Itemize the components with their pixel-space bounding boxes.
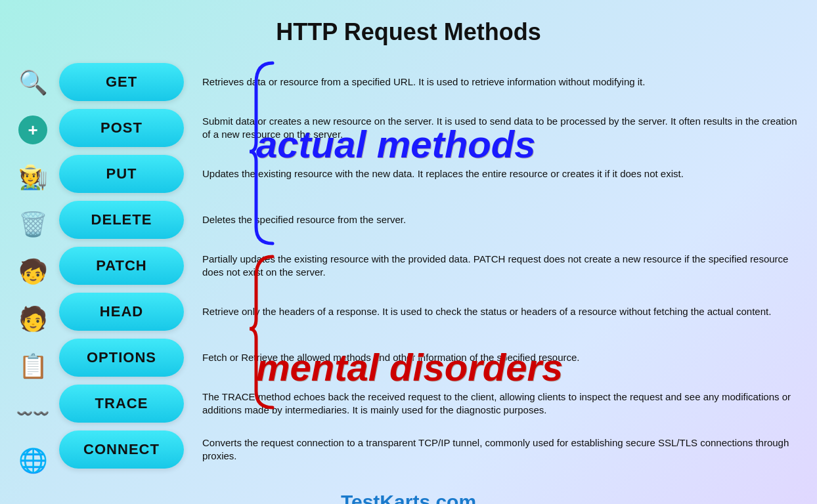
- head-description: Retrieve only the headers of a response.…: [202, 293, 804, 331]
- patch-button[interactable]: PATCH: [59, 247, 184, 285]
- mental-disorders-overlay: mental disorders: [256, 345, 563, 389]
- patch-icon: 🧒: [10, 248, 56, 295]
- footer-brand: TestKarts.com: [0, 484, 817, 504]
- connect-button[interactable]: CONNECT: [59, 430, 184, 469]
- trace-description: The TRACE method echoes back the receive…: [202, 385, 804, 423]
- put-button[interactable]: PUT: [59, 155, 184, 193]
- get-description: Retrieves data or resource from a specif…: [202, 63, 804, 101]
- get-button[interactable]: GET: [59, 63, 184, 101]
- post-button[interactable]: POST: [59, 109, 184, 147]
- delete-button[interactable]: DELETE: [59, 201, 184, 239]
- head-icon: 🧑: [10, 295, 56, 343]
- actual-methods-overlay: actual methods: [256, 122, 535, 166]
- methods-buttons: GET POST PUT DELETE PATCH HEAD OPTIONS T…: [59, 56, 190, 472]
- trace-button[interactable]: TRACE: [59, 385, 184, 423]
- connect-icon: 🌐: [10, 437, 56, 484]
- trace-icon: 〰️〰️: [10, 390, 56, 437]
- get-icon: 🔍: [10, 59, 56, 106]
- post-icon: +: [10, 106, 56, 154]
- put-icon: 🧑‍🌾: [10, 154, 56, 201]
- options-icon: 📋: [10, 343, 56, 390]
- patch-description: Partially updates the existing resource …: [202, 247, 804, 285]
- mental-disorders-brace: [246, 250, 286, 414]
- connect-description: Converts the request connection to a tra…: [202, 430, 804, 469]
- delete-icon: 🗑️: [10, 201, 56, 248]
- page-title: HTTP Request Methods: [0, 0, 817, 56]
- options-button[interactable]: OPTIONS: [59, 339, 184, 377]
- icons-column: 🔍 + 🧑‍🌾 🗑️ 🧒 🧑 📋 〰️〰️ 🌐: [7, 56, 59, 484]
- delete-description: Deletes the specified resource from the …: [202, 201, 804, 239]
- head-button[interactable]: HEAD: [59, 293, 184, 331]
